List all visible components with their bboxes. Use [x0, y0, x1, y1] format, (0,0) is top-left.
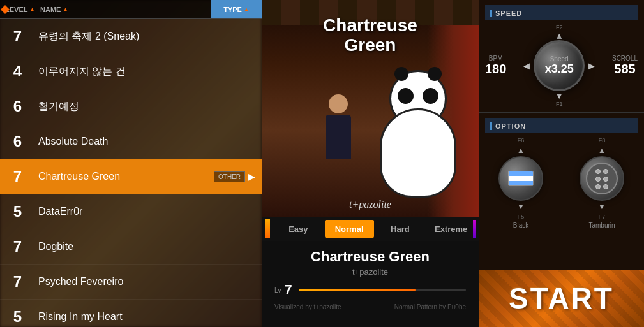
visualizer-credit: Visualized by t+pazolite: [274, 303, 341, 310]
option2-f-down-label: F7: [599, 214, 606, 220]
tab-extreme[interactable]: Extreme: [426, 220, 476, 238]
lv-number: 7: [285, 282, 292, 298]
album-title-line2: Green: [323, 36, 417, 55]
option1-dial[interactable]: [498, 156, 543, 201]
start-text: START: [509, 281, 614, 316]
song-item-4[interactable]: 7 Chartreuse Green OTHER ▶: [0, 159, 262, 194]
album-art-container: Chartreuse Green: [262, 0, 479, 217]
album-artist-text: t+pazolite: [349, 199, 391, 210]
speed-dial-value: x3.25: [545, 62, 574, 76]
bpm-display: BPM 180: [485, 55, 506, 76]
song-info-artist: t+pazolite: [274, 267, 466, 277]
tamburin-dot-3: [595, 177, 601, 182]
name-col-label: NAME: [40, 6, 61, 13]
speed-dial-label: Speed: [550, 55, 569, 62]
song-item-8[interactable]: 5 Rising In my Heart: [0, 300, 262, 327]
speed-dial[interactable]: Speed x3.25: [534, 40, 585, 91]
scroll-display: SCROLL 585: [612, 55, 638, 76]
song-level-3: 6: [6, 133, 29, 150]
flag-stripe-mid: [509, 176, 533, 180]
level-sort-arrow: ▲: [29, 6, 34, 12]
speed-section: SPEED BPM 180 F2 ▲ ◀ Speed x3.25 ▶ ▼: [479, 0, 644, 113]
option-item-black: F6 ▲ ▼ F5 Black: [485, 137, 557, 229]
song-item-5[interactable]: 5 DataErr0r: [0, 194, 262, 229]
song-title-2: 철거예정: [38, 100, 255, 113]
song-level-5: 5: [6, 203, 29, 221]
song-level-4: 7: [6, 168, 29, 185]
option1-f-down-label: F5: [518, 214, 525, 220]
speed-down-button[interactable]: ▼: [555, 91, 564, 100]
flag-stripes: [508, 171, 534, 186]
option1-down-button[interactable]: ▼: [517, 201, 525, 212]
speed-up-button[interactable]: ▲: [555, 31, 564, 40]
f1-label: F1: [556, 101, 563, 107]
option1-f-up-label: F6: [518, 137, 525, 143]
tab-normal[interactable]: Normal: [325, 220, 374, 238]
flag-stripe-top: [509, 171, 533, 176]
type-sort-arrow: ▲: [244, 6, 249, 12]
album-title-line1: Chartreuse: [323, 16, 417, 36]
tab-easy[interactable]: Easy: [274, 220, 323, 238]
song-item-0[interactable]: 7 유령의 축제 2 (Sneak): [0, 19, 262, 54]
diff-indicator: [265, 219, 270, 238]
option2-dial[interactable]: [580, 156, 624, 201]
f2-label: F2: [556, 24, 563, 31]
option2-down-button[interactable]: ▼: [598, 201, 606, 212]
option-section: OPTION F6 ▲ ▼ F5 Black: [479, 113, 644, 270]
tamburin-dot-5: [595, 184, 601, 189]
scroll-value: 585: [612, 62, 638, 76]
song-info-title: Chartreuse Green: [274, 249, 466, 265]
list-header: LEVEL ▲ NAME ▲ TYPE ▲: [0, 0, 262, 19]
tamburin-inner: [586, 163, 618, 194]
lv-bar-fill: [299, 289, 416, 291]
header-level-col: LEVEL ▲: [5, 6, 40, 13]
pattern-credit: Normal Pattern by Pu0he: [394, 303, 466, 310]
right-panel: SPEED BPM 180 F2 ▲ ◀ Speed x3.25 ▶ ▼: [479, 0, 644, 327]
option1-name: Black: [513, 222, 528, 229]
option2-up-button[interactable]: ▲: [598, 145, 606, 156]
option-section-header: OPTION: [485, 118, 638, 133]
option-label: OPTION: [490, 122, 526, 130]
song-info-area: Chartreuse Green t+pazolite Lv 7 Visuali…: [262, 241, 479, 327]
song-title-1: 이루어지지 않는 건: [38, 65, 255, 78]
song-list-panel: LEVEL ▲ NAME ▲ TYPE ▲ 7 유령의 축제 2 (Sneak)…: [0, 0, 262, 327]
song-title-0: 유령의 축제 2 (Sneak): [38, 30, 255, 43]
song-title-4: Chartreuse Green: [38, 171, 214, 182]
song-title-6: Dogbite: [38, 241, 255, 252]
song-title-5: DataErr0r: [38, 206, 255, 217]
start-button[interactable]: START: [479, 270, 644, 327]
song-level-2: 6: [6, 98, 29, 115]
speed-section-header: SPEED: [485, 5, 638, 20]
bpm-value: 180: [485, 62, 506, 76]
type-col-label: TYPE: [223, 6, 242, 13]
song-item-6[interactable]: 7 Dogbite: [0, 229, 262, 265]
song-item-2[interactable]: 6 철거예정: [0, 89, 262, 124]
song-title-7: Psyched Fevereiro: [38, 276, 255, 287]
song-item-1[interactable]: 4 이루어지지 않는 건: [0, 54, 262, 89]
song-tag-4: OTHER: [214, 171, 245, 182]
song-level-8: 5: [6, 308, 29, 326]
speed-label: SPEED: [490, 10, 522, 17]
song-level-7: 7: [6, 273, 29, 291]
speed-right-button[interactable]: ▶: [588, 61, 595, 71]
tab-hard[interactable]: Hard: [376, 220, 425, 238]
play-icon: ▶: [248, 171, 255, 182]
flag-stripe-bot: [509, 181, 533, 185]
tamburin-dot-2: [603, 169, 608, 174]
lv-bar: [299, 289, 466, 291]
center-panel: Chartreuse Green: [262, 0, 479, 327]
diff-tabs: Easy Normal Hard Extreme: [262, 217, 479, 241]
song-title-8: Rising In my Heart: [38, 311, 255, 323]
tamburin-dot-6: [603, 184, 608, 189]
option2-f-up-label: F8: [599, 137, 606, 143]
tamburin-dot-1: [595, 169, 601, 174]
speed-left-button[interactable]: ◀: [523, 61, 530, 71]
option-item-tamburin: F8 ▲ ▼ F7 Tamburin: [566, 137, 638, 229]
song-item-3[interactable]: 6 Absolute Death: [0, 124, 262, 159]
option1-dial-inner: [504, 161, 539, 196]
lv-label: Lv: [274, 287, 281, 294]
song-level-6: 7: [6, 238, 29, 256]
header-name-col: NAME ▲: [40, 6, 211, 13]
option1-up-button[interactable]: ▲: [517, 145, 525, 156]
song-item-7[interactable]: 7 Psyched Fevereiro: [0, 265, 262, 300]
